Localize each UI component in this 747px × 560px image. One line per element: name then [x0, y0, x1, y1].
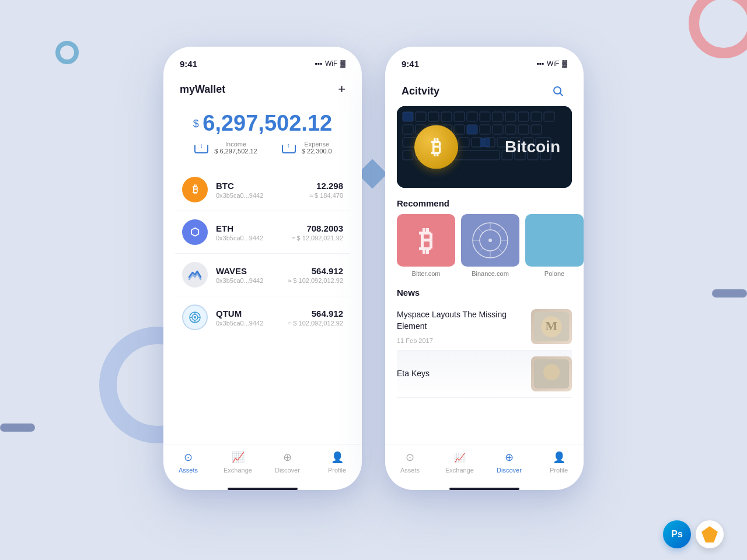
phone-wallet: 9:41 ▪▪▪ WiF ▓ myWallet + $ 6,297,502.12: [163, 47, 362, 490]
home-indicator-1: [228, 488, 298, 490]
svg-line-62: [478, 228, 483, 233]
list-item[interactable]: Eta Keys: [397, 351, 572, 398]
bitter-card-image: ₿: [397, 214, 455, 267]
search-button[interactable]: [549, 82, 567, 100]
exchange-label-1: Exchange: [224, 467, 252, 474]
income-icon: [193, 142, 210, 153]
svg-rect-52: [403, 112, 413, 121]
qtum-info: QTUM 0x3b5ca0...9442: [216, 309, 288, 327]
status-bar-1: 9:41 ▪▪▪ WiF ▓: [163, 47, 362, 72]
btc-info: BTC 0x3b5ca0...9442: [216, 181, 309, 199]
add-wallet-button[interactable]: +: [338, 82, 345, 97]
qtum-address: 0x3b5ca0...9442: [216, 320, 288, 327]
status-icons-1: ▪▪▪ WiF ▓: [315, 60, 345, 68]
svg-line-8: [560, 93, 563, 96]
recommend-section-title: Recommend: [385, 196, 584, 214]
wifi-icon: WiF: [325, 60, 337, 68]
status-time-1: 9:41: [180, 59, 197, 69]
waves-info: WAVES 0x3b5ca0...9442: [216, 266, 288, 284]
nav-assets-2[interactable]: ⊙ Assets: [385, 450, 435, 474]
activity-header: Acitvity: [385, 72, 584, 106]
waves-amounts: 564.912 ≈ $ 102,092,012.92: [288, 266, 343, 284]
phones-container: 9:41 ▪▪▪ WiF ▓ myWallet + $ 6,297,502.12: [163, 47, 584, 490]
list-item[interactable]: Polone: [525, 214, 584, 277]
list-item[interactable]: ₿ Bitter.com: [397, 214, 455, 277]
polone-card-image: [525, 214, 584, 267]
waves-address: 0x3b5ca0...9442: [216, 277, 288, 284]
qtum-amounts: 564.912 ≈ $ 102,092,012.92: [288, 309, 343, 327]
expense-value: $ 22,300.0: [302, 148, 332, 155]
news-item-1-thumbnail: M: [531, 309, 572, 344]
bottom-nav-1: ⊙ Assets 📈 Exchange ⊕ Discover 👤 Profile: [163, 444, 362, 485]
qtum-name: QTUM: [216, 309, 288, 318]
tool-icons: Ps: [663, 520, 724, 548]
svg-point-7: [554, 87, 561, 94]
waves-name: WAVES: [216, 266, 288, 276]
profile-label-1: Profile: [328, 467, 346, 474]
activity-title: Acitvity: [402, 85, 439, 97]
eth-usd: ≈ $ 12,092,021.92: [291, 235, 343, 242]
eth-address: 0x3b5ca0...9442: [216, 235, 291, 242]
svg-text:M: M: [546, 318, 558, 333]
expense-icon: [281, 142, 297, 153]
discover-icon: ⊕: [281, 450, 295, 464]
list-item[interactable]: WAVES 0x3b5ca0...9442 564.912 ≈ $ 102,09…: [175, 254, 350, 296]
svg-rect-53: [467, 125, 477, 134]
status-time-2: 9:41: [402, 59, 419, 69]
nav-exchange-2[interactable]: 📈 Exchange: [435, 450, 484, 474]
signal-icon: ▪▪▪: [315, 60, 322, 68]
qtum-icon: [182, 304, 208, 330]
nav-profile-1[interactable]: 👤 Profile: [312, 450, 362, 474]
eth-amounts: 708.2003 ≈ $ 12,092,021.92: [291, 223, 343, 242]
battery-icon: ▓: [340, 60, 345, 68]
bitcoin-banner[interactable]: ₿ Bitcoin: [397, 106, 572, 188]
phone-activity: 9:41 ▪▪▪ WiF ▓ Acitvity: [385, 47, 584, 490]
btc-icon: ₿: [182, 177, 208, 202]
qtum-balance: 564.912: [288, 309, 343, 318]
waves-balance: 564.912: [288, 266, 343, 276]
wallet-title: myWallet: [180, 83, 225, 96]
assets-label-2: Assets: [400, 467, 420, 474]
bitcoin-coin-icon: ₿: [414, 125, 458, 169]
binance-card-label: Binance.com: [461, 270, 519, 277]
eth-info: ETH 0x3b5ca0...9442: [216, 223, 291, 242]
btc-address: 0x3b5ca0...9442: [216, 192, 309, 199]
expense-stat: Expense $ 22,300.0: [281, 141, 332, 155]
waves-usd: ≈ $ 102,092,012.92: [288, 277, 343, 284]
assets-label-1: Assets: [179, 467, 198, 474]
bitter-card-label: Bitter.com: [397, 270, 455, 277]
svg-line-64: [498, 228, 502, 233]
income-label: Income: [214, 141, 257, 148]
bottom-nav-2: ⊙ Assets 📈 Exchange ⊕ Discover 👤 Profile: [385, 444, 584, 485]
bg-decoration-circle-blue: [55, 41, 79, 64]
wifi-icon-2: WiF: [547, 60, 559, 68]
list-item[interactable]: Myspace Layouts The Missing Element 11 F…: [397, 303, 572, 351]
expense-label: Expense: [302, 141, 332, 148]
nav-discover-1[interactable]: ⊕ Discover: [263, 450, 312, 474]
svg-line-63: [498, 248, 502, 253]
list-item[interactable]: Binance.com: [461, 214, 519, 277]
list-item[interactable]: ⬡ ETH 0x3b5ca0...9442 708.2003 ≈ $ 12,09…: [175, 211, 350, 254]
nav-exchange-1[interactable]: 📈 Exchange: [213, 450, 263, 474]
nav-assets-1[interactable]: ⊙ Assets: [163, 450, 213, 474]
list-item[interactable]: ₿ BTC 0x3b5ca0...9442 12.298 ≈ $ 184,470: [175, 169, 350, 211]
bg-decoration-rect-left: [0, 424, 35, 432]
coin-list: ₿ BTC 0x3b5ca0...9442 12.298 ≈ $ 184,470…: [163, 169, 362, 444]
nav-discover-2[interactable]: ⊕ Discover: [484, 450, 534, 474]
profile-icon-1: 👤: [330, 450, 344, 464]
assets-icon: ⊙: [181, 450, 196, 464]
news-item-2-title: Eta Keys: [397, 368, 524, 380]
bg-decoration-rect-right: [712, 289, 747, 298]
list-item[interactable]: QTUM 0x3b5ca0...9442 564.912 ≈ $ 102,092…: [175, 296, 350, 338]
polone-card-label: Polone: [525, 270, 584, 277]
nav-profile-2[interactable]: 👤 Profile: [534, 450, 584, 474]
news-section: Myspace Layouts The Missing Element 11 F…: [385, 303, 584, 398]
profile-label-2: Profile: [550, 467, 568, 474]
svg-point-2: [194, 316, 196, 318]
eth-icon: ⬡: [182, 219, 208, 245]
expense-info: Expense $ 22,300.0: [302, 141, 332, 155]
battery-icon-2: ▓: [562, 60, 567, 68]
news-item-1-date: 11 Feb 2017: [397, 337, 524, 344]
dollar-sign: $: [193, 118, 199, 130]
exchange-icon: 📈: [231, 450, 245, 464]
